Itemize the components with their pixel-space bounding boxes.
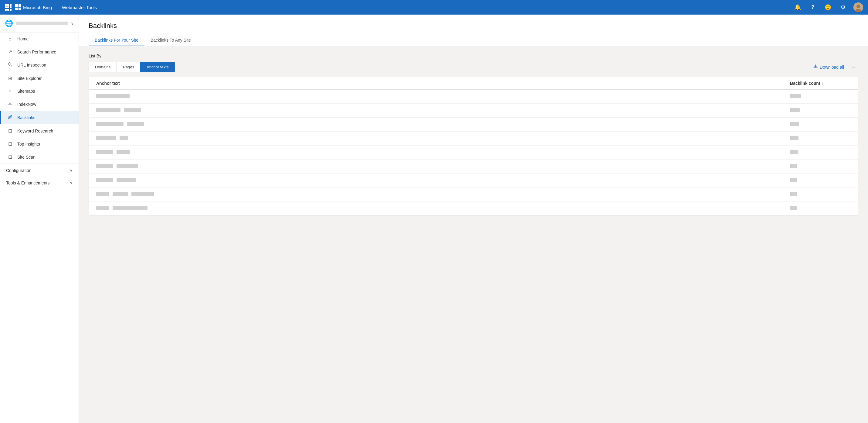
redacted-text xyxy=(96,192,109,196)
page-title: Backlinks xyxy=(89,22,858,30)
cell-backlink-count xyxy=(790,94,851,99)
sidebar-item-label: Home xyxy=(17,36,29,41)
cell-anchor-text xyxy=(96,164,790,169)
section-label: Tools & Enhancements xyxy=(6,180,50,186)
chevron-down-icon: ∨ xyxy=(71,21,74,26)
notifications-icon[interactable]: 🔔 xyxy=(793,2,802,12)
sidebar-item-search-performance[interactable]: ↗ Search Performance xyxy=(0,45,79,58)
download-all-label: Download all xyxy=(820,65,844,69)
redacted-text xyxy=(96,122,124,126)
tab-any-site[interactable]: Backlinks To Any Site xyxy=(145,35,197,46)
topbar-left: Microsoft Bing Webmaster Tools xyxy=(5,4,97,11)
backlinks-icon xyxy=(7,115,13,121)
redacted-text xyxy=(117,164,138,168)
keyword-icon: ⊟ xyxy=(7,128,13,134)
sidebar-item-label: Sitemaps xyxy=(17,89,35,93)
svg-point-3 xyxy=(8,63,11,65)
download-all-button[interactable]: Download all xyxy=(813,64,844,70)
redacted-text xyxy=(120,136,128,140)
home-icon: ⌂ xyxy=(7,36,13,41)
redacted-count xyxy=(790,178,797,182)
sidebar-item-label: IndexNow xyxy=(17,102,36,107)
sidebar-item-url-inspection[interactable]: URL Inspection xyxy=(0,58,79,72)
cell-anchor-text xyxy=(96,178,790,183)
table-row xyxy=(89,188,858,201)
list-by-label: List By xyxy=(89,54,858,58)
avatar-image xyxy=(854,2,863,12)
sidebar-item-label: URL Inspection xyxy=(17,63,46,67)
redacted-count xyxy=(790,108,800,112)
cell-backlink-count xyxy=(790,108,851,113)
tab-your-site[interactable]: Backlinks For Your Site xyxy=(89,35,145,46)
sidebar-item-site-scan[interactable]: ⊡ Site Scan xyxy=(0,150,79,164)
sidebar: 🌐 ∨ ⌂ Home ↗ Search Performance URL Insp… xyxy=(0,15,79,423)
sort-icon[interactable]: ↓ xyxy=(822,81,824,85)
filter-domains[interactable]: Domains xyxy=(89,62,117,72)
sidebar-item-label: Site Explorer xyxy=(17,76,41,81)
cell-anchor-text xyxy=(96,94,790,99)
redacted-count xyxy=(790,136,799,140)
redacted-count xyxy=(790,192,797,196)
sitemaps-icon: ≡ xyxy=(7,88,13,94)
cell-backlink-count xyxy=(790,136,851,141)
main-content: Backlinks Backlinks For Your Site Backli… xyxy=(79,15,868,423)
chevron-down-icon: ∨ xyxy=(70,168,72,173)
topbar: Microsoft Bing Webmaster Tools 🔔 ? 🙂 ⚙ xyxy=(0,0,868,15)
feedback-icon[interactable]: 🙂 xyxy=(823,2,833,12)
filter-anchor-texts[interactable]: Anchor texts xyxy=(140,62,175,72)
list-by-section: List By Domains Pages Anchor texts Downl… xyxy=(89,54,858,72)
sidebar-item-home[interactable]: ⌂ Home xyxy=(0,32,79,45)
sidebar-item-backlinks[interactable]: Backlinks xyxy=(0,111,79,124)
redacted-text xyxy=(96,206,109,210)
trending-icon: ↗ xyxy=(7,49,13,55)
grid-icon[interactable] xyxy=(5,4,11,11)
globe-icon: 🌐 xyxy=(5,20,13,27)
cell-backlink-count xyxy=(790,206,851,211)
insights-icon: ⊟ xyxy=(7,141,13,147)
more-options-icon[interactable]: ··· xyxy=(849,63,858,72)
site-selector[interactable]: 🌐 ∨ xyxy=(0,15,79,32)
section-label: Configuration xyxy=(6,168,31,173)
table-header: Anchor text Backlink count ↓ xyxy=(89,77,858,90)
sidebar-item-sitemaps[interactable]: ≡ Sitemaps xyxy=(0,85,79,97)
cell-anchor-text xyxy=(96,108,790,113)
page-tabs: Backlinks For Your Site Backlinks To Any… xyxy=(89,35,858,46)
app-logo: Microsoft Bing Webmaster Tools xyxy=(5,4,97,11)
nav-section-configuration[interactable]: Configuration ∨ xyxy=(0,164,79,176)
page-header: Backlinks Backlinks For Your Site Backli… xyxy=(79,15,868,46)
search-icon xyxy=(7,62,13,68)
product-name: Webmaster Tools xyxy=(62,5,97,10)
settings-icon[interactable]: ⚙ xyxy=(838,2,848,12)
help-icon[interactable]: ? xyxy=(808,2,817,12)
sidebar-item-label: Backlinks xyxy=(17,115,35,120)
table-row xyxy=(89,118,858,132)
svg-line-4 xyxy=(11,65,12,66)
redacted-count xyxy=(790,122,799,126)
table-row xyxy=(89,160,858,173)
svg-point-1 xyxy=(857,5,860,8)
filter-pages[interactable]: Pages xyxy=(117,62,141,72)
sidebar-item-top-insights[interactable]: ⊟ Top Insights xyxy=(0,137,79,150)
cell-backlink-count xyxy=(790,150,851,155)
cell-backlink-count xyxy=(790,192,851,197)
site-name xyxy=(16,22,68,25)
download-icon xyxy=(813,64,818,70)
nav-section-tools[interactable]: Tools & Enhancements ∨ xyxy=(0,176,79,189)
sidebar-item-site-explorer[interactable]: ⊞ Site Explorer xyxy=(0,72,79,85)
sidebar-item-keyword-research[interactable]: ⊟ Keyword Research xyxy=(0,124,79,137)
bing-logo: Microsoft Bing xyxy=(15,4,52,10)
backlinks-table: Anchor text Backlink count ↓ xyxy=(89,77,858,216)
table-row xyxy=(89,201,858,215)
sidebar-item-label: Search Performance xyxy=(17,50,56,54)
grid-nav-icon: ⊞ xyxy=(7,75,13,81)
redacted-text xyxy=(96,150,113,154)
avatar[interactable] xyxy=(854,2,863,12)
redacted-text xyxy=(127,122,144,126)
sidebar-nav: ⌂ Home ↗ Search Performance URL Inspecti… xyxy=(0,32,79,189)
cell-backlink-count xyxy=(790,164,851,169)
col-header-anchor-text: Anchor text xyxy=(96,81,790,86)
sidebar-item-indexnow[interactable]: IndexNow xyxy=(0,97,79,111)
sidebar-item-label: Keyword Research xyxy=(17,129,53,133)
filter-buttons: Domains Pages Anchor texts xyxy=(89,62,175,72)
redacted-count xyxy=(790,94,801,98)
